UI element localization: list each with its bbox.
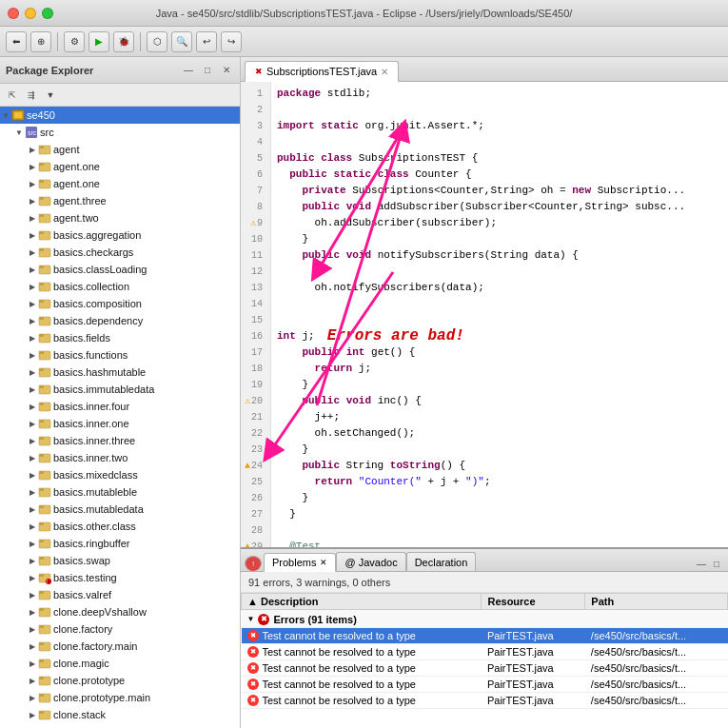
minimize-panel-button[interactable]: — xyxy=(181,63,196,78)
bottom-panel-max[interactable]: □ xyxy=(709,556,724,571)
table-row[interactable]: ✖ Test cannot be resolved to a type Pair… xyxy=(242,693,728,709)
tree-item-label: clone.prototype xyxy=(53,675,125,686)
new-button[interactable]: ⊕ xyxy=(30,31,51,52)
tree-item[interactable]: ▶ basics.swap xyxy=(0,552,240,569)
tree-item-label: basics.classLoading xyxy=(53,264,147,275)
tree-item[interactable]: ▶ agent.two xyxy=(0,209,240,226)
error-group-row[interactable]: ▼ ✖ Errors (91 items) xyxy=(242,610,728,628)
code-line: import static org.junit.Assert.*; xyxy=(277,118,722,134)
svg-text:!: ! xyxy=(47,579,48,584)
col-description[interactable]: ▲ Description xyxy=(242,594,482,610)
tree-item[interactable]: ▶ clone.factory xyxy=(0,620,240,638)
tab-javadoc[interactable]: @ Javadoc xyxy=(336,552,405,571)
table-row[interactable]: ✖ Test cannot be resolved to a type Pair… xyxy=(242,627,728,644)
close-panel-button[interactable]: ✕ xyxy=(219,63,234,78)
ref-button[interactable]: ↩ xyxy=(196,31,217,52)
tree-item[interactable]: ▶ basics.dependency xyxy=(0,312,240,329)
tree-item[interactable]: ▶ basics.inner.three xyxy=(0,432,240,449)
col-path[interactable]: Path xyxy=(585,594,728,610)
debug-button[interactable]: 🐞 xyxy=(113,31,134,52)
svg-rect-25 xyxy=(39,317,44,320)
table-row[interactable]: ✖ Test cannot be resolved to a type Pair… xyxy=(242,644,728,660)
tree-item-icon xyxy=(38,211,51,225)
line-number: 18 xyxy=(241,361,266,377)
table-row[interactable]: ✖ Test cannot be resolved to a type Pair… xyxy=(242,677,728,693)
tree-item-icon xyxy=(38,554,51,567)
tree-item[interactable]: ▶ basics.immutabledata xyxy=(0,381,240,398)
tree-item[interactable]: ▶ ! basics.testing xyxy=(0,569,240,586)
col-resource[interactable]: Resource xyxy=(482,594,585,610)
tab-problems[interactable]: Problems ✕ xyxy=(264,553,336,572)
tree-item-label: basics.mutableble xyxy=(53,486,137,498)
code-content[interactable]: package stdlib;import static org.junit.A… xyxy=(271,82,728,547)
code-editor[interactable]: 12345678⚠910111213141516171819⚠20212223▲… xyxy=(241,82,728,547)
fullscreen-button[interactable] xyxy=(42,8,53,19)
tab-javadoc-label: @ Javadoc xyxy=(344,557,397,568)
tree-item-icon xyxy=(38,280,51,293)
tree-item[interactable]: ▶ agent.one xyxy=(0,175,240,192)
link-editor-button[interactable]: ⇶ xyxy=(23,87,40,104)
view-menu-button[interactable]: ▼ xyxy=(42,87,59,104)
tree-item[interactable]: ▶ agent xyxy=(0,141,240,158)
run-button[interactable]: ▶ xyxy=(89,31,109,52)
tab-close-button[interactable]: ✕ xyxy=(381,67,388,77)
tree-item[interactable]: ▶ basics.mixedclass xyxy=(0,466,240,483)
tab-declaration[interactable]: Declaration xyxy=(406,552,477,571)
tree-item[interactable]: ▶ clone.prototype.main xyxy=(0,689,240,706)
editor-tab-subscriptionstest[interactable]: ✖ SubscriptionsTEST.java ✕ xyxy=(245,61,399,82)
tree-item[interactable]: ▶ clone.prototype xyxy=(0,672,240,689)
svg-rect-55 xyxy=(39,574,44,577)
svg-rect-5 xyxy=(39,146,44,148)
svg-rect-31 xyxy=(39,368,44,371)
tree-item[interactable]: ▶ basics.checkargs xyxy=(0,244,240,261)
tree-item[interactable]: ▶ basics.aggregation xyxy=(0,226,240,244)
tree-item[interactable]: ▶ basics.inner.one xyxy=(0,415,240,432)
bottom-panel-min[interactable]: — xyxy=(694,556,709,571)
tree-item[interactable]: ▶ basics.collection xyxy=(0,278,240,295)
editor-panel: ✖ SubscriptionsTEST.java ✕ 12345678⚠9101… xyxy=(241,57,728,728)
tree-item[interactable]: ▶ basics.mutableble xyxy=(0,483,240,501)
tree-item[interactable]: ▼srcsrc xyxy=(0,124,240,141)
tree-item[interactable]: ▶ clone.stack xyxy=(0,706,240,723)
tree-item[interactable]: ▶ basics.other.class xyxy=(0,518,240,535)
tree-item[interactable]: ▶ basics.mutabledata xyxy=(0,501,240,518)
tree-item[interactable]: ▶ clone.factory.main xyxy=(0,638,240,655)
error-icon: ✖ xyxy=(247,662,259,674)
table-row[interactable]: ✖ Test cannot be resolved to a type Pair… xyxy=(242,660,728,677)
line-number: 6 xyxy=(241,167,266,183)
tree-item[interactable]: ▶ agent.one xyxy=(0,158,240,175)
collapse-all-button[interactable]: ⇱ xyxy=(4,87,21,104)
code-line: return j; xyxy=(277,361,722,377)
tree-item[interactable]: ▼se450 xyxy=(0,107,240,124)
svg-rect-51 xyxy=(39,540,44,542)
tree-item[interactable]: ▶ basics.ringbuffer xyxy=(0,535,240,552)
tree-item-label: basics.aggregation xyxy=(53,229,141,241)
line-number: 14 xyxy=(241,296,266,312)
svg-rect-15 xyxy=(39,231,44,234)
back-button[interactable]: ⬅ xyxy=(6,31,27,52)
tree-item[interactable]: ▶ basics.valref xyxy=(0,586,240,603)
tree-item[interactable]: ▶ basics.inner.two xyxy=(0,449,240,466)
settings-button[interactable]: ⚙ xyxy=(64,31,85,52)
tree-item[interactable]: ▶ basics.composition xyxy=(0,295,240,312)
close-button[interactable] xyxy=(8,8,19,19)
search-button[interactable]: 🔍 xyxy=(171,31,192,52)
tree-item[interactable]: ▶ clone.deepVshallow xyxy=(0,603,240,620)
svg-rect-71 xyxy=(39,694,44,697)
fwd-button[interactable]: ↪ xyxy=(221,31,242,52)
tree-item[interactable]: ▶ basics.hashmutable xyxy=(0,364,240,381)
tree-item[interactable]: ▶ basics.functions xyxy=(0,346,240,364)
svg-rect-21 xyxy=(39,283,44,285)
tree-item[interactable]: ▶ basics.classLoading xyxy=(0,261,240,278)
tab-problems-close[interactable]: ✕ xyxy=(320,558,327,567)
tree-item-icon xyxy=(38,177,51,190)
maximize-panel-button[interactable]: □ xyxy=(200,63,215,78)
line-number: 13 xyxy=(241,280,266,296)
tree-item-icon xyxy=(38,537,51,550)
tree-item[interactable]: ▶ basics.fields xyxy=(0,329,240,346)
tree-item[interactable]: ▶ agent.three xyxy=(0,192,240,209)
tree-item[interactable]: ▶ clone.magic xyxy=(0,655,240,672)
build-button[interactable]: ⬡ xyxy=(147,31,167,52)
minimize-button[interactable] xyxy=(25,8,36,19)
tree-item[interactable]: ▶ basics.inner.four xyxy=(0,398,240,415)
